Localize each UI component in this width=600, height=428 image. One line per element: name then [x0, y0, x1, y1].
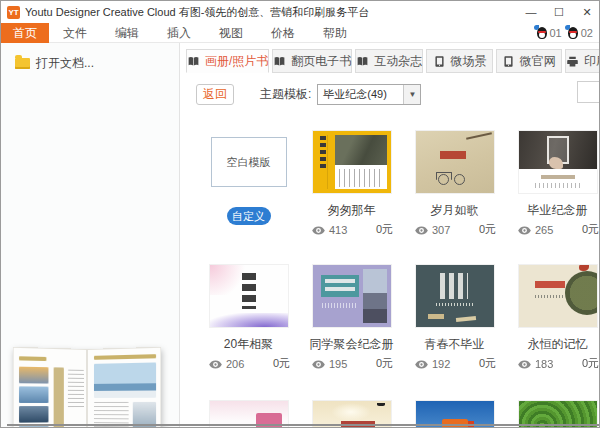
qq-contact-label: 02: [581, 27, 593, 39]
view-count: 265: [535, 224, 553, 236]
template-card: 同学聚会纪念册 195 0元: [300, 259, 403, 371]
template-price: 0元: [376, 356, 393, 371]
menu-item-price[interactable]: 价格: [257, 23, 309, 43]
views-eye-icon: [209, 359, 222, 368]
views-eye-icon: [518, 359, 531, 368]
menu-item-insert[interactable]: 插入: [153, 23, 205, 43]
tab-flipbook[interactable]: 翻页电子书: [272, 49, 352, 73]
book-icon: [187, 55, 200, 68]
app-window: YT Youtu Designer Creative Cloud 有图-领先的创…: [0, 0, 600, 428]
template-card: 岁月如歌 307 0元: [403, 125, 506, 237]
view-count: 195: [329, 358, 347, 370]
qq-penguin-icon: [566, 26, 579, 39]
template-thumbnail[interactable]: [210, 265, 288, 327]
menu-item-view[interactable]: 视图: [205, 23, 257, 43]
back-button[interactable]: 返回: [196, 84, 234, 105]
template-card: 匆匆那年 413 0元: [300, 125, 403, 237]
tab-label: 画册/照片书: [205, 53, 268, 70]
main-content: 画册/照片书 翻页电子书 互动杂志 微场景 微官网 印刷品: [181, 43, 600, 428]
template-stats: 192 0元: [415, 356, 496, 371]
template-name: 岁月如歌: [403, 202, 506, 219]
template-thumbnail[interactable]: [519, 131, 597, 193]
view-count: 413: [329, 224, 347, 236]
theme-category-dropdown[interactable]: 毕业纪念(49) ▼: [317, 84, 421, 105]
template-stats: 307 0元: [415, 222, 496, 237]
tab-bar: 画册/照片书 翻页电子书 互动杂志 微场景 微官网 印刷品: [181, 49, 600, 73]
template-price: 0元: [582, 222, 599, 237]
customize-button[interactable]: 自定义: [227, 207, 271, 225]
template-name: 永恒的记忆: [506, 336, 600, 353]
view-count: 206: [226, 358, 244, 370]
maximize-button[interactable]: ☐: [545, 1, 573, 23]
template-stats: 265 0元: [518, 222, 599, 237]
printer-icon: [566, 55, 579, 68]
view-count: 307: [432, 224, 450, 236]
open-book-image: [15, 349, 163, 428]
template-price: 0元: [376, 222, 393, 237]
open-document-label: 打开文档...: [36, 55, 94, 72]
template-thumbnail[interactable]: [519, 265, 597, 327]
photobook-promo-image: [9, 341, 177, 428]
template-name: 同学聚会纪念册: [300, 336, 403, 353]
tab-label: 微场景: [451, 53, 487, 70]
template-price: 0元: [273, 356, 290, 371]
menu-item-edit[interactable]: 编辑: [101, 23, 153, 43]
tab-interactive-magazine[interactable]: 互动杂志: [355, 49, 423, 73]
blank-template-label: 空白模版: [227, 155, 271, 170]
qq-contact-label: 01: [550, 27, 562, 39]
menu-item-home[interactable]: 首页: [1, 23, 49, 43]
qq-penguin-icon: [535, 26, 548, 39]
template-thumbnail[interactable]: [313, 265, 391, 327]
template-thumbnail[interactable]: [416, 131, 494, 193]
views-eye-icon: [312, 225, 325, 234]
template-card: 永恒的记忆 183 0元: [506, 259, 600, 371]
chevron-down-icon[interactable]: ▼: [403, 85, 420, 104]
tab-label: 印刷品: [584, 53, 600, 70]
tab-photobook[interactable]: 画册/照片书: [186, 49, 269, 73]
minimize-button[interactable]: —: [517, 1, 545, 23]
qq-contact-area: 01 02: [535, 26, 600, 39]
views-eye-icon: [415, 225, 428, 234]
tab-micro-scene[interactable]: 微场景: [426, 49, 492, 73]
template-name: 匆匆那年: [300, 202, 403, 219]
views-eye-icon: [415, 359, 428, 368]
open-document-button[interactable]: 打开文档...: [1, 43, 179, 72]
tab-micro-site[interactable]: 微官网: [496, 49, 562, 73]
close-button[interactable]: ✕: [573, 1, 600, 23]
tab-label: 互动杂志: [374, 53, 422, 70]
template-thumbnail[interactable]: [416, 265, 494, 327]
folder-icon: [15, 58, 30, 69]
template-stats: 206 0元: [209, 356, 290, 371]
qq-contact-2[interactable]: 02: [566, 26, 593, 39]
window-controls: — ☐ ✕: [517, 1, 600, 23]
dropdown-selected-value: 毕业纪念(49): [318, 85, 403, 104]
view-count: 192: [432, 358, 450, 370]
template-name: 毕业纪念册: [506, 202, 600, 219]
sidebar: 打开文档...: [1, 43, 180, 428]
book-icon: [273, 55, 286, 68]
search-input[interactable]: [577, 81, 600, 103]
blank-template-thumbnail[interactable]: 空白模版: [211, 137, 287, 187]
template-row-1: 空白模版 自定义 匆匆那年 413 0元 岁月如歌: [197, 125, 600, 237]
app-logo-icon: YT: [7, 6, 20, 19]
menu-item-file[interactable]: 文件: [49, 23, 101, 43]
phone-icon: [502, 55, 515, 68]
phone-icon: [433, 55, 446, 68]
views-eye-icon: [518, 225, 531, 234]
qq-contact-1[interactable]: 01: [535, 26, 562, 39]
view-count: 183: [535, 358, 553, 370]
template-stats: 195 0元: [312, 356, 393, 371]
theme-template-label: 主题模板:: [260, 86, 311, 103]
template-price: 0元: [479, 222, 496, 237]
template-name: 青春不毕业: [403, 336, 506, 353]
template-stats: 413 0元: [312, 222, 393, 237]
template-thumbnail[interactable]: [313, 131, 391, 193]
template-card: 毕业纪念册 265 0元: [506, 125, 600, 237]
menu-item-help[interactable]: 帮助: [309, 23, 361, 43]
tab-print-products[interactable]: 印刷品: [565, 49, 600, 73]
template-card: 20年相聚 206 0元: [197, 259, 300, 371]
template-price: 0元: [479, 356, 496, 371]
template-name: 20年相聚: [197, 336, 300, 353]
views-eye-icon: [312, 359, 325, 368]
menu-bar: 首页 文件 编辑 插入 视图 价格 帮助 01 02: [1, 23, 600, 43]
